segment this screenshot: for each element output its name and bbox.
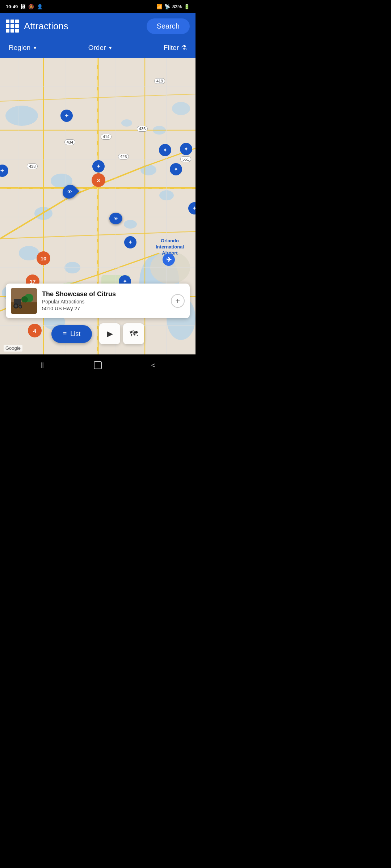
- recent-apps-button[interactable]: ⦀: [33, 356, 51, 374]
- svg-point-51: [19, 306, 21, 308]
- attraction-marker-b4[interactable]: [159, 144, 171, 156]
- card-info: The Showcase of Citrus Popular Attractio…: [42, 290, 166, 312]
- svg-point-5: [124, 220, 137, 229]
- wifi-icon: 📶: [156, 4, 162, 9]
- svg-point-4: [140, 165, 156, 175]
- status-right: 📶 📡 83% 🔋: [156, 4, 190, 9]
- map-icon: 🗺: [130, 329, 138, 339]
- svg-rect-55: [24, 302, 25, 305]
- list-icon: ≡: [63, 330, 67, 338]
- donotdisturb-icon: 🔕: [28, 4, 34, 9]
- region-chevron-icon: ▼: [33, 45, 37, 51]
- svg-rect-53: [28, 302, 30, 305]
- road-label-438: 438: [27, 163, 38, 169]
- user-icon: 👤: [37, 4, 43, 9]
- binoculars-pin-2[interactable]: 👁: [109, 213, 122, 224]
- region-button[interactable]: Region ▼: [6, 42, 40, 53]
- map-container[interactable]: 419 436 414 434 426 551 438 527A Orlando…: [0, 58, 196, 354]
- road-label-436: 436: [137, 126, 148, 132]
- svg-point-49: [14, 305, 17, 307]
- bottom-actions: ≡ List ▶ 🗺: [0, 323, 196, 344]
- svg-point-14: [121, 119, 132, 127]
- attraction-marker-b5[interactable]: [170, 163, 182, 175]
- svg-point-54: [21, 296, 28, 303]
- nav-bar: ⦀ <: [0, 354, 196, 376]
- recent-icon: ⦀: [41, 361, 44, 370]
- time: 10:49: [6, 4, 18, 9]
- home-button[interactable]: [89, 356, 107, 374]
- order-chevron-icon: ▼: [108, 45, 113, 51]
- order-label: Order: [88, 44, 106, 52]
- back-button[interactable]: <: [144, 356, 162, 374]
- map-view-button[interactable]: 🗺: [123, 323, 144, 344]
- battery-text: 83%: [172, 4, 182, 9]
- battery-icon: 🔋: [184, 4, 190, 9]
- photo-icon: 🖼: [21, 4, 25, 9]
- order-button[interactable]: Order ▼: [85, 42, 115, 53]
- filter-icon: ⚗: [181, 44, 187, 52]
- app-title: Attractions: [24, 21, 142, 32]
- attraction-marker-b6[interactable]: [180, 143, 192, 155]
- region-label: Region: [9, 44, 30, 52]
- card-thumbnail: [11, 288, 37, 314]
- card-address: 5010 US Hwy 27: [42, 306, 166, 311]
- card-title: The Showcase of Citrus: [42, 290, 166, 298]
- google-watermark: Google: [4, 345, 22, 352]
- road-label-434: 434: [64, 139, 75, 145]
- status-bar: 10:49 🖼 🔕 👤 📶 📡 83% 🔋: [0, 0, 196, 13]
- svg-point-1: [5, 106, 38, 126]
- location-icon: ▶: [107, 329, 113, 339]
- home-icon: [94, 361, 102, 369]
- airport-pin[interactable]: ✈: [163, 254, 175, 266]
- filter-button[interactable]: Filter ⚗: [161, 42, 190, 53]
- card-subtitle: Popular Attractions: [42, 299, 166, 305]
- attraction-marker-b2[interactable]: [92, 160, 105, 173]
- road-label-414: 414: [101, 134, 112, 140]
- road-label-551: 551: [180, 156, 191, 162]
- app-bar: Attractions Search: [0, 13, 196, 39]
- location-button[interactable]: ▶: [99, 323, 120, 344]
- attraction-marker-b1[interactable]: [60, 110, 73, 122]
- cluster-marker-3[interactable]: 3: [92, 173, 105, 187]
- search-button[interactable]: Search: [147, 18, 190, 34]
- road-label-426: 426: [118, 154, 129, 159]
- list-label: List: [70, 330, 80, 338]
- binoculars-pin-1[interactable]: 👁: [62, 185, 77, 198]
- add-to-list-button[interactable]: +: [171, 294, 185, 308]
- filter-bar: Region ▼ Order ▼ Filter ⚗: [0, 39, 196, 58]
- apps-icon[interactable]: [6, 20, 19, 33]
- cluster-marker-10[interactable]: 10: [37, 251, 50, 265]
- svg-point-7: [19, 246, 39, 260]
- filter-label: Filter: [164, 44, 179, 52]
- svg-point-16: [172, 102, 190, 115]
- list-view-button[interactable]: ≡ List: [51, 325, 92, 343]
- road-label-419: 419: [154, 78, 165, 84]
- attraction-card: The Showcase of Citrus Popular Attractio…: [6, 284, 190, 318]
- back-icon: <: [151, 361, 155, 370]
- status-left: 10:49 🖼 🔕 👤: [6, 4, 43, 9]
- signal-icon: 📡: [164, 4, 170, 9]
- attraction-marker-b7[interactable]: [124, 236, 136, 248]
